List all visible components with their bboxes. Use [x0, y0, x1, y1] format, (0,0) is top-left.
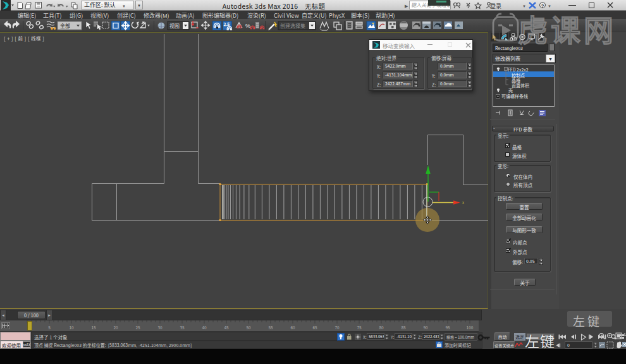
- svg-text:x: x: [462, 200, 464, 205]
